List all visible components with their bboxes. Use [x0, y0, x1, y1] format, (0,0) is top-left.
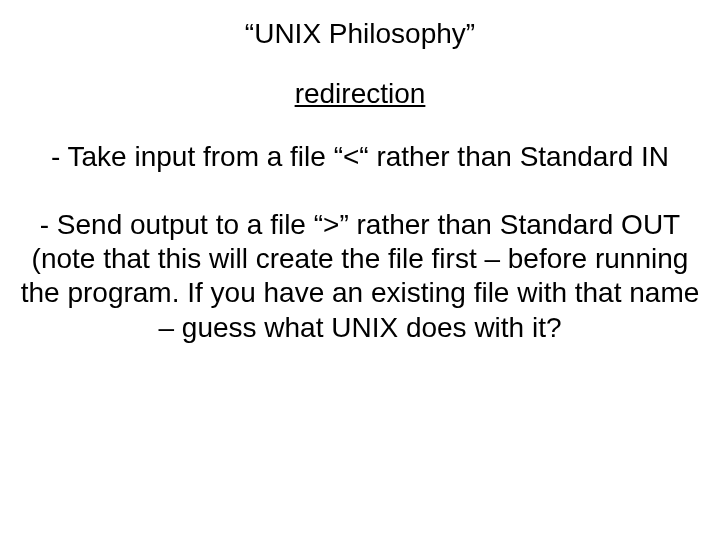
slide-title: “UNIX Philosophy” [20, 18, 700, 50]
bullet-input-redirect: - Take input from a file “<“ rather than… [20, 140, 700, 174]
bullet-output-redirect: - Send output to a file “>” rather than … [20, 208, 700, 345]
slide-subtitle: redirection [20, 78, 700, 110]
slide: “UNIX Philosophy” redirection - Take inp… [0, 0, 720, 540]
